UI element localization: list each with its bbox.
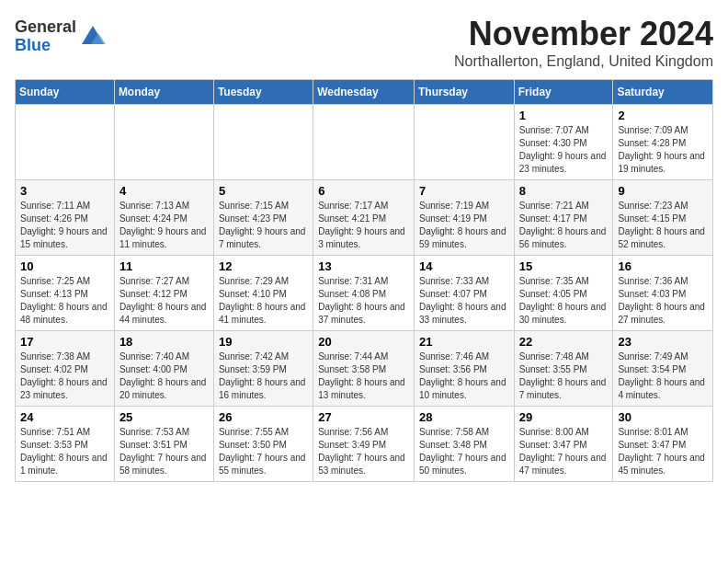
calendar-cell: 3Sunrise: 7:11 AM Sunset: 4:26 PM Daylig… xyxy=(16,180,115,256)
weekday-header: Sunday xyxy=(16,80,115,105)
day-info: Sunrise: 7:13 AM Sunset: 4:24 PM Dayligh… xyxy=(119,200,209,251)
weekday-header: Wednesday xyxy=(313,80,415,105)
day-number: 15 xyxy=(519,259,609,273)
calendar-cell: 23Sunrise: 7:49 AM Sunset: 3:54 PM Dayli… xyxy=(613,331,713,407)
calendar-cell: 4Sunrise: 7:13 AM Sunset: 4:24 PM Daylig… xyxy=(114,180,213,256)
day-number: 20 xyxy=(318,335,409,349)
day-info: Sunrise: 7:27 AM Sunset: 4:12 PM Dayligh… xyxy=(119,275,209,327)
day-number: 1 xyxy=(519,109,609,122)
day-info: Sunrise: 7:11 AM Sunset: 4:26 PM Dayligh… xyxy=(20,200,109,251)
calendar-cell: 19Sunrise: 7:42 AM Sunset: 3:59 PM Dayli… xyxy=(213,331,313,407)
day-info: Sunrise: 7:40 AM Sunset: 4:00 PM Dayligh… xyxy=(119,350,209,402)
day-number: 7 xyxy=(419,184,509,198)
calendar-cell: 20Sunrise: 7:44 AM Sunset: 3:58 PM Dayli… xyxy=(313,331,415,407)
logo-blue: Blue xyxy=(15,36,51,54)
calendar-cell: 27Sunrise: 7:56 AM Sunset: 3:49 PM Dayli… xyxy=(313,407,415,482)
calendar-cell: 26Sunrise: 7:55 AM Sunset: 3:50 PM Dayli… xyxy=(213,407,313,482)
weekday-header: Friday xyxy=(514,80,613,105)
calendar-cell: 16Sunrise: 7:36 AM Sunset: 4:03 PM Dayli… xyxy=(613,256,713,331)
day-info: Sunrise: 7:21 AM Sunset: 4:17 PM Dayligh… xyxy=(519,200,609,251)
day-number: 23 xyxy=(618,335,708,349)
calendar-week-row: 1Sunrise: 7:07 AM Sunset: 4:30 PM Daylig… xyxy=(16,105,713,180)
day-number: 10 xyxy=(20,259,109,273)
title-section: November 2024 Northallerton, England, Un… xyxy=(454,15,713,70)
calendar-cell: 28Sunrise: 7:58 AM Sunset: 3:48 PM Dayli… xyxy=(414,407,514,482)
calendar-cell: 29Sunrise: 8:00 AM Sunset: 3:47 PM Dayli… xyxy=(514,407,613,482)
weekday-header: Saturday xyxy=(613,80,713,105)
day-info: Sunrise: 7:09 AM Sunset: 4:28 PM Dayligh… xyxy=(618,124,708,176)
logo-icon xyxy=(80,24,106,50)
day-info: Sunrise: 7:38 AM Sunset: 4:02 PM Dayligh… xyxy=(20,350,109,402)
logo-text: General Blue xyxy=(15,18,76,55)
day-number: 2 xyxy=(618,109,708,122)
day-info: Sunrise: 7:31 AM Sunset: 4:08 PM Dayligh… xyxy=(318,275,409,327)
day-number: 11 xyxy=(119,259,209,273)
calendar-cell: 6Sunrise: 7:17 AM Sunset: 4:21 PM Daylig… xyxy=(313,180,415,256)
day-info: Sunrise: 7:19 AM Sunset: 4:19 PM Dayligh… xyxy=(419,200,509,251)
day-number: 27 xyxy=(318,410,409,424)
day-number: 14 xyxy=(419,259,509,273)
day-number: 21 xyxy=(419,335,509,349)
calendar-cell: 25Sunrise: 7:53 AM Sunset: 3:51 PM Dayli… xyxy=(114,407,213,482)
day-number: 6 xyxy=(318,184,409,198)
calendar-cell xyxy=(414,105,514,180)
day-info: Sunrise: 7:17 AM Sunset: 4:21 PM Dayligh… xyxy=(318,200,409,251)
calendar-table: SundayMondayTuesdayWednesdayThursdayFrid… xyxy=(15,79,713,482)
day-info: Sunrise: 7:53 AM Sunset: 3:51 PM Dayligh… xyxy=(119,426,209,477)
subtitle: Northallerton, England, United Kingdom xyxy=(454,53,713,70)
weekday-header: Monday xyxy=(114,80,213,105)
calendar-cell: 7Sunrise: 7:19 AM Sunset: 4:19 PM Daylig… xyxy=(414,180,514,256)
calendar-week-row: 10Sunrise: 7:25 AM Sunset: 4:13 PM Dayli… xyxy=(16,256,713,331)
day-number: 3 xyxy=(20,184,109,198)
day-number: 25 xyxy=(119,410,209,424)
day-info: Sunrise: 7:51 AM Sunset: 3:53 PM Dayligh… xyxy=(20,426,109,477)
logo: General Blue xyxy=(15,18,106,55)
day-number: 16 xyxy=(618,259,708,273)
day-info: Sunrise: 7:55 AM Sunset: 3:50 PM Dayligh… xyxy=(219,426,308,477)
main-title: November 2024 xyxy=(454,15,713,53)
day-number: 4 xyxy=(119,184,209,198)
calendar-cell: 1Sunrise: 7:07 AM Sunset: 4:30 PM Daylig… xyxy=(514,105,613,180)
day-number: 9 xyxy=(618,184,708,198)
calendar-header-row: SundayMondayTuesdayWednesdayThursdayFrid… xyxy=(16,80,713,105)
day-info: Sunrise: 7:58 AM Sunset: 3:48 PM Dayligh… xyxy=(419,426,509,477)
day-info: Sunrise: 7:35 AM Sunset: 4:05 PM Dayligh… xyxy=(519,275,609,327)
calendar-cell xyxy=(114,105,213,180)
day-info: Sunrise: 7:46 AM Sunset: 3:56 PM Dayligh… xyxy=(419,350,509,402)
day-number: 13 xyxy=(318,259,409,273)
day-info: Sunrise: 7:07 AM Sunset: 4:30 PM Dayligh… xyxy=(519,124,609,176)
calendar-cell: 30Sunrise: 8:01 AM Sunset: 3:47 PM Dayli… xyxy=(613,407,713,482)
calendar-cell: 12Sunrise: 7:29 AM Sunset: 4:10 PM Dayli… xyxy=(213,256,313,331)
calendar-week-row: 17Sunrise: 7:38 AM Sunset: 4:02 PM Dayli… xyxy=(16,331,713,407)
day-info: Sunrise: 7:25 AM Sunset: 4:13 PM Dayligh… xyxy=(20,275,109,327)
day-number: 26 xyxy=(219,410,308,424)
calendar-week-row: 24Sunrise: 7:51 AM Sunset: 3:53 PM Dayli… xyxy=(16,407,713,482)
day-number: 29 xyxy=(519,410,609,424)
calendar-cell: 11Sunrise: 7:27 AM Sunset: 4:12 PM Dayli… xyxy=(114,256,213,331)
calendar-cell: 18Sunrise: 7:40 AM Sunset: 4:00 PM Dayli… xyxy=(114,331,213,407)
day-info: Sunrise: 7:44 AM Sunset: 3:58 PM Dayligh… xyxy=(318,350,409,402)
day-number: 12 xyxy=(219,259,308,273)
day-info: Sunrise: 7:33 AM Sunset: 4:07 PM Dayligh… xyxy=(419,275,509,327)
weekday-header: Thursday xyxy=(414,80,514,105)
logo-general: General xyxy=(15,17,76,36)
calendar-cell: 9Sunrise: 7:23 AM Sunset: 4:15 PM Daylig… xyxy=(613,180,713,256)
day-number: 5 xyxy=(219,184,308,198)
day-info: Sunrise: 7:49 AM Sunset: 3:54 PM Dayligh… xyxy=(618,350,708,402)
calendar-cell xyxy=(313,105,415,180)
day-number: 22 xyxy=(519,335,609,349)
day-info: Sunrise: 7:42 AM Sunset: 3:59 PM Dayligh… xyxy=(219,350,308,402)
day-info: Sunrise: 7:29 AM Sunset: 4:10 PM Dayligh… xyxy=(219,275,308,327)
day-info: Sunrise: 7:23 AM Sunset: 4:15 PM Dayligh… xyxy=(618,200,708,251)
day-info: Sunrise: 8:00 AM Sunset: 3:47 PM Dayligh… xyxy=(519,426,609,477)
calendar-cell: 13Sunrise: 7:31 AM Sunset: 4:08 PM Dayli… xyxy=(313,256,415,331)
header: General Blue November 2024 Northallerton… xyxy=(15,15,713,70)
day-info: Sunrise: 7:56 AM Sunset: 3:49 PM Dayligh… xyxy=(318,426,409,477)
calendar-cell: 2Sunrise: 7:09 AM Sunset: 4:28 PM Daylig… xyxy=(613,105,713,180)
calendar-cell: 8Sunrise: 7:21 AM Sunset: 4:17 PM Daylig… xyxy=(514,180,613,256)
calendar-cell: 10Sunrise: 7:25 AM Sunset: 4:13 PM Dayli… xyxy=(16,256,115,331)
calendar-cell: 17Sunrise: 7:38 AM Sunset: 4:02 PM Dayli… xyxy=(16,331,115,407)
weekday-header: Tuesday xyxy=(213,80,313,105)
day-number: 30 xyxy=(618,410,708,424)
calendar-cell: 14Sunrise: 7:33 AM Sunset: 4:07 PM Dayli… xyxy=(414,256,514,331)
